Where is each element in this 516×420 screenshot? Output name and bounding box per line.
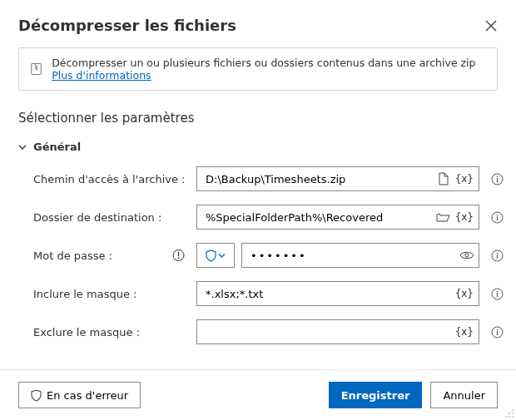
shield-icon [206,250,216,262]
variable-button[interactable]: {x} [455,211,479,223]
svg-rect-8 [178,252,179,256]
svg-rect-19 [496,331,497,335]
variable-button[interactable]: {x} [455,173,479,185]
file-icon [438,172,449,185]
svg-point-10 [465,254,469,257]
svg-rect-16 [496,293,497,297]
cancel-button[interactable]: Annuler [430,382,498,408]
destination-input[interactable] [197,205,432,229]
variable-button[interactable]: {x} [455,288,479,299]
exclude-mask-info[interactable] [486,326,508,338]
svg-rect-13 [496,254,497,259]
exclude-mask-input[interactable] [197,320,455,343]
svg-point-20 [512,409,514,411]
file-picker-button[interactable] [432,167,455,190]
zip-icon [31,62,42,77]
eye-icon [459,250,474,260]
dialog-title: Décompresser les fichiers [18,17,236,34]
svg-point-24 [509,416,510,418]
archive-path-label: Chemin d'accès à l'archive : [33,173,196,185]
svg-point-15 [496,290,498,292]
info-icon [491,250,504,262]
include-mask-info[interactable] [486,288,508,300]
close-button[interactable] [484,19,498,32]
secure-input-mode[interactable] [196,243,235,268]
save-button[interactable]: Enregistrer [329,382,423,408]
svg-point-2 [496,175,498,177]
shield-icon [31,389,42,402]
reveal-password-button[interactable] [455,244,479,267]
chevron-down-icon [218,252,226,259]
chevron-down-icon [18,143,27,151]
destination-label: Dossier de destination : [33,211,196,224]
destination-info[interactable] [486,211,508,224]
group-general-label: Général [33,141,81,153]
svg-point-12 [496,252,498,254]
info-icon [491,326,504,338]
folder-picker-button[interactable] [432,205,455,229]
svg-point-22 [512,413,514,414]
svg-point-5 [496,214,498,215]
on-error-button[interactable]: En cas d'erreur [18,382,141,408]
password-info[interactable] [486,250,508,262]
banner-link[interactable]: Plus d'informations [52,69,151,82]
section-title: Sélectionner les paramètres [18,111,498,126]
info-icon [491,173,504,185]
info-banner: Décompresser un ou plusieurs fichiers ou… [18,47,498,91]
group-general-toggle[interactable]: Général [18,141,498,153]
warning-icon [172,250,185,262]
exclude-mask-label: Exclure le masque : [33,326,196,338]
svg-point-9 [178,257,180,259]
svg-point-21 [509,413,510,414]
info-icon [491,288,504,300]
svg-point-23 [505,416,507,418]
info-icon [491,211,504,224]
close-icon [485,20,497,32]
svg-point-25 [512,416,514,418]
password-label: Mot de passe : [33,250,196,262]
svg-rect-6 [496,216,497,220]
variable-button[interactable]: {x} [455,326,479,338]
banner-text: Décompresser un ou plusieurs fichiers ou… [52,57,485,82]
include-mask-label: Inclure le masque : [33,288,196,300]
password-input[interactable] [242,244,455,267]
archive-path-input[interactable] [197,167,432,190]
svg-rect-3 [496,178,497,182]
svg-point-18 [496,329,498,330]
include-mask-input[interactable] [197,282,455,305]
folder-open-icon [436,212,450,223]
archive-path-info[interactable] [486,173,508,185]
password-warning[interactable] [172,250,185,262]
resize-grip[interactable] [504,408,514,418]
